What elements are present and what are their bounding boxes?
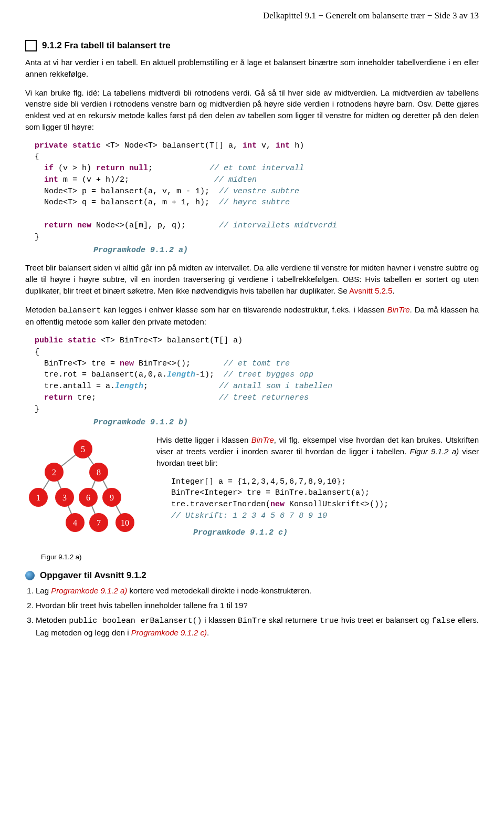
exercises-title: Oppgaver til Avsnitt 9.1.2 [40, 570, 146, 581]
svg-text:6: 6 [86, 493, 90, 502]
square-bullet-icon [25, 40, 37, 51]
section-heading-row: 9.1.2 Fra tabell til balansert tre [25, 40, 479, 51]
paragraph-2: Vi kan bruke flg. idé: La tabellens midt… [25, 87, 479, 133]
paragraph-4: Metoden balansert kan legges i enhver kl… [25, 304, 479, 328]
exercise-list: Lag Programkode 9.1.2 a) kortere ved met… [25, 585, 479, 638]
exercise-3: Metoden public boolean erBalansert() i k… [36, 614, 479, 639]
figure-caption: Figur 9.1.2 a) [41, 553, 146, 561]
sphere-bullet-icon [25, 571, 35, 580]
svg-text:8: 8 [97, 468, 101, 477]
svg-text:7: 7 [97, 518, 101, 527]
figure-text-wrap: 5 2 8 1 3 6 9 4 7 10 Figur 9.1.2 a) Hvis… [25, 434, 479, 561]
paragraph-1: Anta at vi har verdier i en tabell. En a… [25, 57, 479, 80]
svg-text:9: 9 [110, 493, 114, 502]
paragraph-5: Hvis dette ligger i klassen BinTre, vil … [156, 434, 479, 468]
exercises-heading-row: Oppgaver til Avsnitt 9.1.2 [25, 570, 479, 581]
exercise-2: Hvordan blir treet hvis tabellen innehol… [36, 600, 479, 611]
code-caption-b: Programkode 9.1.2 b) [93, 418, 479, 427]
exercise-1: Lag Programkode 9.1.2 a) kortere ved met… [36, 585, 479, 597]
code-listing-c: Integer[] a = {1,2,3,4,5,6,7,8,9,10}; Bi… [171, 476, 479, 522]
tree-figure: 5 2 8 1 3 6 9 4 7 10 [25, 434, 141, 550]
svg-text:2: 2 [52, 468, 56, 477]
code-caption-a: Programkode 9.1.2 a) [93, 246, 479, 255]
code-caption-c: Programkode 9.1.2 c) [193, 528, 479, 537]
svg-text:4: 4 [73, 518, 77, 527]
svg-text:1: 1 [36, 493, 40, 502]
svg-text:5: 5 [81, 445, 85, 454]
code-listing-b: public static <T> BinTre<T> balansert(T[… [35, 335, 479, 415]
svg-text:3: 3 [62, 493, 67, 502]
code-listing-a: private static <T> Node<T> balansert(T[]… [35, 140, 479, 243]
section-title: 9.1.2 Fra tabell til balansert tre [42, 40, 171, 51]
svg-text:10: 10 [121, 518, 129, 527]
paragraph-3: Treet blir balansert siden vi alltid går… [25, 262, 479, 296]
page-header: Delkapittel 9.1 − Generelt om balanserte… [25, 11, 479, 40]
